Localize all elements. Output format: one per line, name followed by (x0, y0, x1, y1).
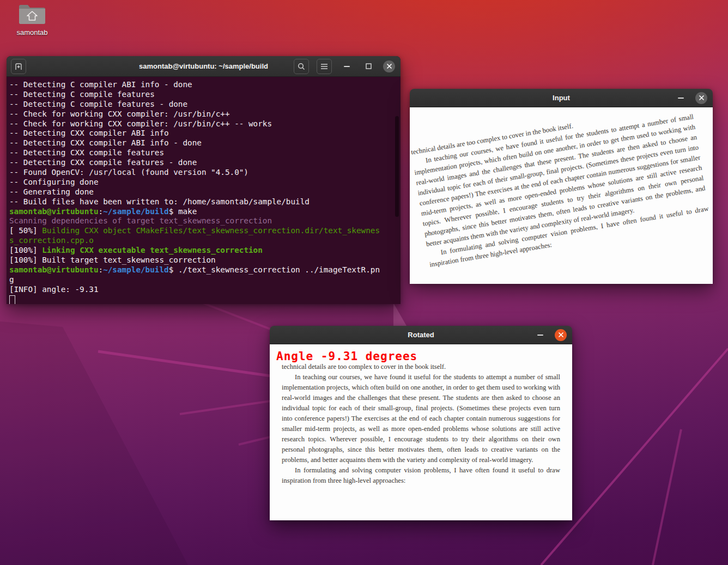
terminal-line: [ 50%] Building CXX object CMakeFiles/te… (9, 226, 398, 236)
maximize-icon (366, 63, 372, 69)
terminal-output[interactable]: -- Detecting C compiler ABI info - done-… (7, 77, 401, 304)
input-window: Input technical details are too complex … (410, 89, 713, 283)
terminal-line: -- Detecting CXX compiler ABI info - don… (9, 138, 398, 148)
minimize-icon (678, 98, 684, 99)
minimize-button[interactable] (674, 91, 688, 105)
terminal-line: -- Found OpenCV: /usr/local (found versi… (9, 168, 398, 178)
close-icon (558, 332, 564, 338)
close-button[interactable] (383, 60, 395, 72)
terminal-line: -- Detecting CXX compiler ABI info (9, 129, 398, 138)
terminal-line: -- Detecting C compiler ABI info - done (9, 80, 398, 90)
document-paragraph: In formulating and solving computer visi… (282, 465, 560, 486)
new-tab-icon (14, 62, 23, 71)
deskewed-document-text: technical details are too complex to cov… (282, 362, 560, 486)
minimize-icon (537, 335, 543, 336)
terminal-line: -- Check for working CXX compiler: /usr/… (9, 110, 398, 119)
input-headerbar[interactable]: Input (410, 89, 713, 107)
rotated-headerbar[interactable]: Rotated (270, 326, 572, 344)
terminal-cursor (9, 295, 15, 304)
desktop: samontab samontab@virtubuntu: ~/sample/b… (0, 0, 728, 565)
close-button[interactable] (695, 92, 707, 104)
terminal-line: [INFO] angle: -9.31 (9, 285, 398, 295)
minimize-icon (344, 66, 350, 67)
terminal-line: Scanning dependencies of target text_ske… (9, 216, 398, 226)
terminal-line: [100%] Linking CXX executable text_skewn… (9, 246, 398, 256)
terminal-line: samontab@virtubuntu:~/sample/build$ make (9, 207, 398, 217)
search-icon (297, 62, 306, 71)
terminal-line: s_correction.cpp.o (9, 236, 398, 246)
terminal-line: -- Generating done (9, 187, 398, 197)
terminal-line: -- Detecting CXX compile features - done (9, 158, 398, 168)
search-button[interactable] (294, 59, 309, 74)
terminal-line: -- Configuring done (9, 178, 398, 187)
terminal-window: samontab@virtubuntu: ~/sample/build (7, 56, 401, 304)
input-title: Input (410, 94, 713, 102)
input-image: technical details are too complex to cov… (410, 107, 713, 284)
desktop-icon-label: samontab (10, 28, 54, 37)
hamburger-menu-icon (320, 63, 328, 70)
home-folder-icon (17, 2, 47, 27)
maximize-button[interactable] (361, 59, 375, 74)
terminal-line: -- Check for working CXX compiler: /usr/… (9, 119, 398, 129)
terminal-line: samontab@virtubuntu:~/sample/build$ ./te… (9, 265, 398, 275)
close-icon (386, 63, 392, 69)
new-tab-button[interactable] (11, 59, 26, 74)
minimize-button[interactable] (533, 328, 547, 342)
menu-button[interactable] (317, 59, 332, 74)
terminal-headerbar[interactable]: samontab@virtubuntu: ~/sample/build (7, 56, 401, 77)
terminal-line: -- Detecting C compile features (9, 90, 398, 100)
terminal-line: -- Build files have been written to: /ho… (9, 197, 398, 207)
terminal-cursor-line (9, 295, 398, 304)
terminal-line: -- Detecting C compile features - done (9, 100, 398, 110)
terminal-line: [100%] Built target text_skewness_correc… (9, 256, 398, 265)
minimize-button[interactable] (339, 59, 354, 74)
terminal-scrollbar[interactable] (395, 116, 399, 217)
skewed-document-text: technical details are too complex to cov… (410, 107, 711, 270)
rotated-window: Rotated Angle -9.31 degrees technical de… (270, 326, 572, 520)
rotated-title: Rotated (270, 331, 572, 339)
rotated-image: Angle -9.31 degrees technical details ar… (270, 344, 572, 520)
close-icon (699, 95, 705, 101)
document-paragraph: technical details are too complex to cov… (282, 362, 560, 372)
terminal-line: -- Detecting CXX compile features (9, 148, 398, 158)
document-paragraph: In teaching our courses, we have found i… (282, 372, 560, 465)
close-button[interactable] (555, 329, 567, 341)
desktop-icon-samontab[interactable]: samontab (10, 2, 54, 37)
angle-annotation: Angle -9.31 degrees (276, 350, 417, 363)
terminal-line: g (9, 275, 398, 285)
